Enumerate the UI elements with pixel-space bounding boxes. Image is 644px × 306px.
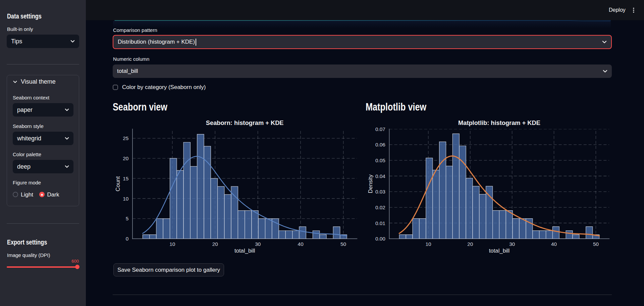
svg-text:0.06: 0.06 [375,142,385,147]
svg-text:50: 50 [340,241,346,247]
svg-text:Density: Density [367,174,374,193]
svg-text:total_bill: total_bill [234,248,255,254]
svg-text:0.02: 0.02 [375,205,385,210]
svg-text:0: 0 [126,236,129,242]
svg-text:30: 30 [255,241,261,247]
svg-text:10: 10 [169,241,175,247]
svg-text:30: 30 [509,241,515,247]
svg-text:50: 50 [593,241,599,247]
svg-text:40: 40 [551,241,557,247]
svg-text:10: 10 [123,196,128,202]
svg-text:Count: Count [115,176,121,191]
svg-text:0.01: 0.01 [375,220,385,226]
svg-text:Seaborn: histogram + KDE: Seaborn: histogram + KDE [206,119,284,126]
svg-text:25: 25 [123,135,128,141]
svg-text:0.00: 0.00 [375,236,385,242]
svg-text:20: 20 [467,241,473,247]
svg-text:15: 15 [123,176,128,181]
svg-text:0.07: 0.07 [375,126,385,132]
svg-text:5: 5 [126,216,129,221]
svg-text:Matplotlib: histogram + KDE: Matplotlib: histogram + KDE [458,119,540,126]
svg-text:0.03: 0.03 [375,189,385,194]
svg-text:total_bill: total_bill [489,248,510,254]
svg-text:40: 40 [298,241,304,247]
svg-text:20: 20 [212,241,218,247]
svg-text:10: 10 [425,241,431,247]
svg-text:20: 20 [123,156,128,161]
svg-text:0.05: 0.05 [375,158,385,163]
svg-text:0.04: 0.04 [375,173,385,179]
